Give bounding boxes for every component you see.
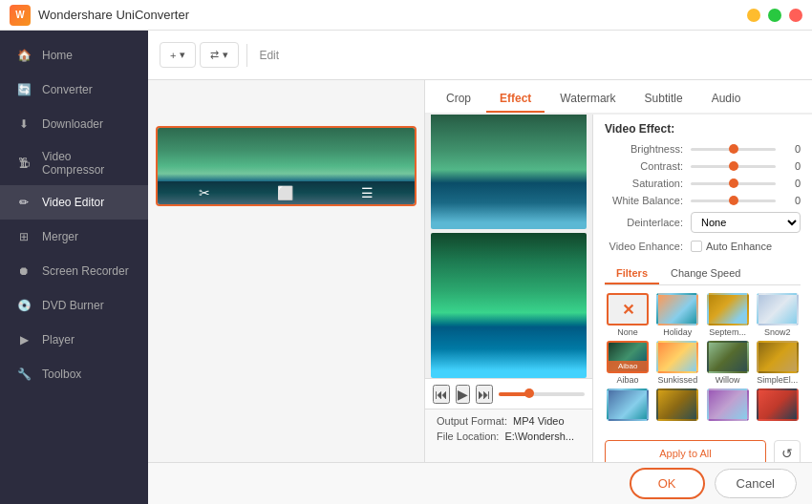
contrast-slider[interactable]: [691, 165, 776, 168]
sidebar-item-merger[interactable]: ⊞ Merger: [0, 220, 148, 254]
sidebar-item-screen-recorder[interactable]: ⏺ Screen Recorder: [0, 254, 148, 288]
filter-holiday-thumb: [656, 293, 698, 326]
apply-to-all-button[interactable]: Apply to All: [605, 440, 766, 462]
video-compressor-icon: 🗜: [15, 155, 32, 172]
video-and-effects: Output Preview 00:04/00:27 ⏮: [425, 80, 812, 462]
brightness-row: Brightness: 0: [605, 143, 801, 155]
cancel-button[interactable]: Cancel: [715, 469, 797, 498]
merger-icon: ⊞: [15, 228, 32, 245]
convert-icon: ⇄: [210, 49, 219, 61]
filter-aibao[interactable]: Aibao Aibao: [605, 341, 651, 385]
maximize-button[interactable]: [768, 9, 781, 22]
sidebar-label-converter: Converter: [42, 83, 93, 96]
filter-willow[interactable]: Willow: [705, 341, 751, 385]
filter-simpleel[interactable]: SimpleEl...: [755, 341, 801, 385]
sidebar-item-player[interactable]: ▶ Player: [0, 323, 148, 357]
filter-simpleel-label: SimpleEl...: [757, 375, 798, 385]
title-bar: W Wondershare UniConverter: [0, 0, 812, 31]
ok-button[interactable]: OK: [630, 468, 705, 499]
progress-thumb: [524, 388, 534, 398]
filter-row3c[interactable]: [705, 388, 751, 423]
prev-frame-button[interactable]: ⏮: [433, 385, 450, 404]
app-title: Wondershare UniConverter: [38, 8, 189, 22]
crop-action-button[interactable]: ⬜: [277, 185, 293, 200]
brightness-label: Brightness:: [605, 143, 691, 155]
filter-row3a[interactable]: [605, 388, 651, 423]
thumbnail-actions: ✂ ⬜ ☰: [158, 181, 415, 204]
white-balance-slider[interactable]: [691, 200, 776, 202]
tab-subtitle[interactable]: Subtitle: [631, 86, 696, 113]
filter-row3c-thumb: [707, 388, 749, 421]
progress-track[interactable]: [499, 392, 585, 396]
convert-button[interactable]: ⇄ ▾: [200, 42, 239, 68]
next-frame-button[interactable]: ⏭: [476, 385, 493, 404]
filter-sunkissed[interactable]: Sunkissed: [654, 341, 700, 385]
title-bar-left: W Wondershare UniConverter: [10, 5, 189, 26]
filter-holiday[interactable]: Holiday: [654, 293, 700, 337]
filter-row3b[interactable]: [654, 388, 700, 423]
filter-sunkissed-label: Sunkissed: [658, 375, 698, 385]
tab-change-speed[interactable]: Change Speed: [659, 263, 752, 284]
filter-none-label: None: [617, 327, 638, 337]
white-balance-label: White Balance:: [605, 195, 691, 206]
convert-label: ▾: [223, 49, 228, 61]
saturation-slider[interactable]: [691, 182, 776, 185]
sidebar-item-video-compressor[interactable]: 🗜 Video Compressor: [0, 141, 148, 185]
home-icon: 🏠: [15, 47, 32, 64]
settings-action-button[interactable]: ☰: [361, 185, 374, 200]
sidebar-item-converter[interactable]: 🔄 Converter: [0, 73, 148, 107]
video-frames: Output Preview 00:04/00:27: [425, 80, 592, 378]
auto-enhance-label: Auto Enhance: [706, 241, 772, 252]
app-logo: W: [10, 5, 31, 26]
sidebar-label-home: Home: [42, 49, 73, 62]
auto-enhance-checkbox[interactable]: [691, 241, 702, 252]
brightness-value: 0: [781, 143, 801, 155]
tab-filters[interactable]: Filters: [605, 263, 659, 284]
deinterlace-select[interactable]: None: [691, 212, 801, 233]
output-format-value: MP4 Video: [513, 415, 565, 427]
contrast-label: Contrast:: [605, 160, 691, 172]
filter-none[interactable]: ✕ None: [605, 293, 651, 337]
tab-watermark[interactable]: Watermark: [546, 86, 629, 113]
main-bottom: OK Cancel: [148, 462, 812, 504]
toolbox-icon: 🔧: [15, 366, 32, 383]
sidebar-item-dvd-burner[interactable]: 💿 DVD Burner: [0, 288, 148, 323]
contrast-value: 0: [781, 160, 801, 172]
edit-label: Edit: [259, 49, 279, 62]
tab-audio[interactable]: Audio: [698, 86, 755, 113]
tab-effect[interactable]: Effect: [486, 86, 545, 113]
tab-crop[interactable]: Crop: [433, 86, 484, 113]
filter-tabs: Filters Change Speed: [605, 263, 801, 285]
sidebar-item-video-editor[interactable]: ✏ Video Editor: [0, 185, 148, 220]
playback-bar: ⏮ ▶ ⏭: [425, 378, 592, 409]
filter-row3a-thumb: [607, 388, 649, 421]
minimize-button[interactable]: [747, 9, 760, 22]
sidebar-label-player: Player: [42, 333, 75, 346]
filter-aibao-label: Aibao: [617, 375, 639, 385]
output-location-value: E:\Wondersh...: [504, 430, 574, 442]
brightness-slider[interactable]: [691, 148, 776, 151]
add-file-button[interactable]: + ▾: [160, 42, 196, 68]
file-thumbnail[interactable]: ✂ ⬜ ☰: [156, 126, 417, 206]
downloader-icon: ⬇: [15, 116, 32, 133]
sidebar-item-downloader[interactable]: ⬇ Downloader: [0, 107, 148, 141]
filter-september-thumb: [707, 293, 749, 326]
sidebar-item-home[interactable]: 🏠 Home: [0, 38, 148, 73]
dvd-burner-icon: 💿: [15, 297, 32, 314]
edit-tabs-container: Crop Effect Watermark Subtitle Audio: [425, 80, 812, 115]
cut-button[interactable]: ✂: [199, 185, 210, 200]
filter-holiday-label: Holiday: [663, 327, 692, 337]
refresh-button[interactable]: ↺: [774, 440, 801, 462]
filter-snow2[interactable]: Snow2: [755, 293, 801, 337]
sidebar-label-video-editor: Video Editor: [42, 196, 104, 209]
file-panel: ✂ ⬜ ☰ ◂: [148, 80, 425, 462]
filter-september[interactable]: Septem...: [705, 293, 751, 337]
right-effects-panel: Video Effect: Brightness: 0 Contrast:: [592, 80, 812, 462]
toolbar-separator: [246, 44, 247, 67]
sidebar-item-toolbox[interactable]: 🔧 Toolbox: [0, 357, 148, 391]
filter-row3d[interactable]: [755, 388, 801, 423]
output-location-label: File Location:: [437, 430, 499, 442]
play-pause-button[interactable]: ▶: [456, 385, 470, 404]
screen-recorder-icon: ⏺: [15, 262, 32, 280]
close-button[interactable]: [789, 9, 802, 22]
